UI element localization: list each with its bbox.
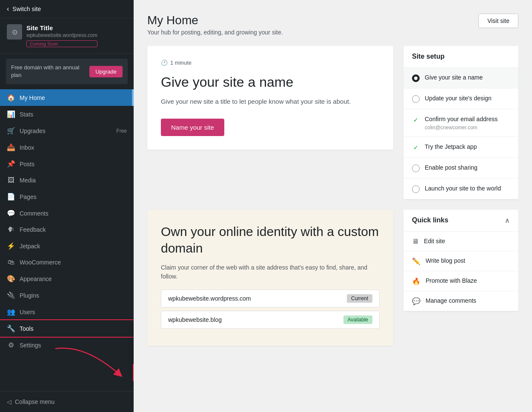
domain-card-title: Own your online identity with a custom d… <box>161 223 380 256</box>
quick-links-header: Quick links ∧ <box>403 210 518 232</box>
domain-row-current[interactable]: wpkubewebsite.wordpress.com Current <box>161 290 380 307</box>
sidebar-item-feedback[interactable]: 🗣 Feedback <box>0 222 134 238</box>
domain-card-desc: Claim your corner of the web with a site… <box>161 263 380 281</box>
setup-step-update-design[interactable]: Update your site's design <box>403 88 518 109</box>
sidebar-item-upgrades[interactable]: 🛒 Upgrades Free <box>0 122 134 139</box>
site-details: Site Title wpkubewebsite.wordpress.com C… <box>26 24 97 47</box>
nav-label-upgrades: Upgrades <box>20 128 46 134</box>
nav-label-media: Media <box>20 177 36 184</box>
setup-timer: 🕐 1 minute <box>161 60 380 66</box>
step-bullet-empty-1 <box>412 95 420 103</box>
jetpack-icon: ⚡ <box>7 242 15 250</box>
pages-icon: 📄 <box>7 193 15 201</box>
content-row-2: Own your online identity with a custom d… <box>147 210 518 346</box>
setup-card-title: Give your site a name <box>161 74 380 90</box>
stats-icon: 📊 <box>7 110 15 118</box>
nav-label-settings: Settings <box>20 342 41 349</box>
nav-label-pages: Pages <box>20 193 37 200</box>
site-info: ⊙ Site Title wpkubewebsite.wordpress.com… <box>0 18 134 54</box>
main-content: My Home Your hub for posting, editing, a… <box>134 0 532 412</box>
sidebar-item-jetpack[interactable]: ⚡ Jetpack <box>0 238 134 254</box>
quick-links-collapse-icon[interactable]: ∧ <box>505 216 510 224</box>
collapse-menu-button[interactable]: ◁ Collapse menu <box>7 396 127 408</box>
name-site-button[interactable]: Name your site <box>161 119 224 136</box>
sidebar-item-appearance[interactable]: 🎨 Appearance <box>0 270 134 287</box>
domain-url-current: wpkubewebsite.wordpress.com <box>168 295 251 302</box>
sidebar-item-users[interactable]: 👥 Users <box>0 304 134 320</box>
coming-soon-badge: Coming Soon <box>26 40 97 47</box>
switch-site-button[interactable]: ‹ Switch site <box>0 0 134 18</box>
nav-label-inbox: Inbox <box>20 144 34 151</box>
comments-icon: 💬 <box>7 209 15 217</box>
sidebar-item-settings[interactable]: ⚙ Settings <box>0 337 134 353</box>
site-icon: ⊙ <box>7 24 22 40</box>
sidebar-nav: 🏠 My Home 📊 Stats 🛒 Upgrades Free 📥 Inbo… <box>0 89 134 391</box>
sidebar-item-tools[interactable]: 🔧 Tools <box>0 320 134 337</box>
promote-blaze-icon: 🔥 <box>412 277 420 285</box>
step-bullet-check-2: ✓ <box>412 144 420 151</box>
setup-step-confirm-email[interactable]: ✓ Confirm your email address colin@cnewc… <box>403 109 518 137</box>
sidebar-item-media[interactable]: 🖼 Media <box>0 172 134 188</box>
sidebar-promo: Free domain with an annual plan Upgrade <box>6 59 128 84</box>
site-setup-header: Site setup <box>403 46 518 68</box>
step-bullet-empty-3 <box>412 185 420 193</box>
nav-label-my-home: My Home <box>20 94 45 101</box>
step-text-post-sharing: Enable post sharing <box>425 164 478 172</box>
sidebar-item-plugins[interactable]: 🔌 Plugins <box>0 287 134 304</box>
setup-card-desc: Give your new site a title to let people… <box>161 97 380 107</box>
setup-step-give-name[interactable]: Give your site a name <box>403 68 518 88</box>
setup-step-post-sharing[interactable]: Enable post sharing <box>403 158 518 179</box>
domain-badge-current: Current <box>347 294 372 303</box>
step-text-update-design: Update your site's design <box>425 94 492 103</box>
promo-text: Free domain with an annual plan <box>11 64 86 79</box>
sidebar-item-woocommerce[interactable]: 🛍 WooCommerce <box>0 254 134 270</box>
quick-link-manage-comments[interactable]: 💬 Manage comments <box>403 291 518 311</box>
domain-badge-available: Available <box>343 315 372 324</box>
upgrade-button[interactable]: Upgrade <box>89 66 123 77</box>
visit-site-button[interactable]: Visit site <box>478 14 518 28</box>
sidebar-item-pages[interactable]: 📄 Pages <box>0 188 134 205</box>
site-url: wpkubewebsite.wordpress.com <box>26 32 97 38</box>
page-header: My Home Your hub for posting, editing, a… <box>147 14 518 36</box>
sidebar-item-comments[interactable]: 💬 Comments <box>0 205 134 222</box>
quick-link-write-blog[interactable]: ✏️ Write blog post <box>403 251 518 271</box>
users-icon: 👥 <box>7 308 15 316</box>
step-bullet-check-1: ✓ <box>412 116 420 124</box>
collapse-icon: ◁ <box>7 398 11 405</box>
chevron-left-icon: ‹ <box>7 5 9 13</box>
quick-link-label-promote-blaze: Promote with Blaze <box>426 277 477 285</box>
page-subtitle: Your hub for posting, editing, and growi… <box>147 29 283 36</box>
step-bullet-empty-2 <box>412 165 420 172</box>
posts-icon: 📌 <box>7 160 15 168</box>
switch-site-label: Switch site <box>12 6 41 12</box>
step-text-jetpack-app: Try the Jetpack app <box>425 143 477 151</box>
nav-label-feedback: Feedback <box>20 226 46 233</box>
collapse-label: Collapse menu <box>15 398 54 405</box>
sidebar: ‹ Switch site ⊙ Site Title wpkubewebsite… <box>0 0 134 412</box>
media-icon: 🖼 <box>7 176 15 184</box>
sidebar-item-stats[interactable]: 📊 Stats <box>0 106 134 122</box>
quick-link-edit-site[interactable]: 🖥 Edit site <box>403 232 518 252</box>
settings-icon: ⚙ <box>7 341 15 349</box>
quick-link-label-write-blog: Write blog post <box>426 257 465 265</box>
step-text-launch-site: Launch your site to the world <box>425 185 501 193</box>
sidebar-item-posts[interactable]: 📌 Posts <box>0 156 134 172</box>
nav-label-jetpack: Jetpack <box>20 243 40 250</box>
setup-step-jetpack-app[interactable]: ✓ Try the Jetpack app <box>403 137 518 158</box>
sidebar-item-my-home[interactable]: 🏠 My Home <box>0 89 134 106</box>
domain-row-available[interactable]: wpkubewebsite.blog Available <box>161 311 380 329</box>
quick-link-promote-blaze[interactable]: 🔥 Promote with Blaze <box>403 271 518 291</box>
sidebar-item-inbox[interactable]: 📥 Inbox <box>0 139 134 156</box>
edit-site-icon: 🖥 <box>412 238 419 245</box>
nav-label-users: Users <box>20 309 35 315</box>
sidebar-bottom: ◁ Collapse menu <box>0 391 134 412</box>
nav-label-tools: Tools <box>20 325 34 332</box>
nav-label-comments: Comments <box>20 210 49 217</box>
nav-label-posts: Posts <box>20 161 34 168</box>
page-header-text: My Home Your hub for posting, editing, a… <box>147 14 283 36</box>
feedback-icon: 🗣 <box>7 226 15 233</box>
upgrades-badge: Free <box>116 128 127 134</box>
domain-card: Own your online identity with a custom d… <box>147 210 393 346</box>
setup-step-launch-site[interactable]: Launch your site to the world <box>403 179 518 199</box>
quick-links-panel: Quick links ∧ 🖥 Edit site ✏️ Write blog … <box>403 210 518 312</box>
